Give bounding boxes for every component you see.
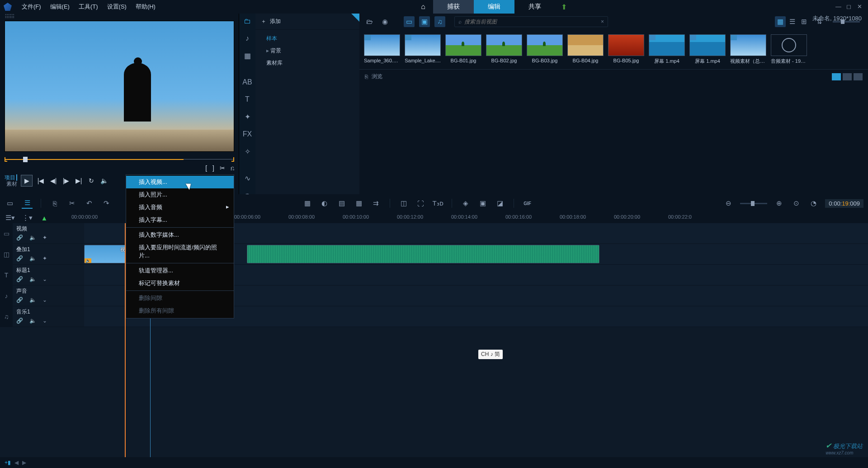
link-icon[interactable]: 🔗 xyxy=(16,234,23,241)
media-tool-icon[interactable]: 🗀 xyxy=(242,17,253,25)
timeline-view-icon[interactable]: ☰ xyxy=(22,198,33,209)
play-button[interactable]: ▶ xyxy=(21,175,33,187)
zoom-slider[interactable] xyxy=(740,203,767,204)
mute-icon[interactable]: 🔈 xyxy=(29,318,36,324)
ctx-insert-timelapse[interactable]: 插入要应用时间流逝/频闪的照片... xyxy=(126,241,234,262)
cut-icon[interactable]: ⎌ xyxy=(231,164,234,172)
volume-icon[interactable]: 🔈 xyxy=(99,176,108,185)
tl-tool-2[interactable]: ◐ xyxy=(319,198,330,209)
menu-edit[interactable]: 编辑(E) xyxy=(46,3,74,11)
go-end-icon[interactable]: ▶| xyxy=(74,176,83,185)
browse-icon[interactable]: ⎘ xyxy=(365,74,368,80)
tree-sample[interactable]: 样本 xyxy=(255,33,359,45)
minimize-icon[interactable]: — xyxy=(835,3,843,10)
panel-toggle-2[interactable] xyxy=(843,73,852,80)
collapse-icon[interactable]: ⌄ xyxy=(42,318,47,324)
list-item[interactable]: 屏幕 1.mp4 xyxy=(689,34,726,65)
list-item[interactable]: 屏幕 1.mp4 xyxy=(649,34,685,65)
ctx-insert-digital[interactable]: 插入数字媒体... xyxy=(126,229,234,241)
tab-share[interactable]: 共享 xyxy=(514,0,555,14)
track-menu-2-icon[interactable]: ⋮▾ xyxy=(22,212,33,223)
transition-tool-icon[interactable]: AB xyxy=(242,78,253,86)
add-marker-icon[interactable]: +▮ xyxy=(5,459,11,466)
thumb-size-slider[interactable] xyxy=(833,21,860,23)
tl-tool-3[interactable]: ▤ xyxy=(336,198,347,209)
clear-search-icon[interactable]: × xyxy=(601,19,604,25)
mark-out-icon[interactable]: ] xyxy=(212,164,214,172)
link-icon[interactable]: 🔗 xyxy=(16,318,23,324)
ctx-insert-video[interactable]: 插入视频... xyxy=(126,176,234,188)
maximize-icon[interactable]: ◻ xyxy=(846,3,854,10)
sound-track-icon[interactable]: ♪ xyxy=(0,285,13,306)
tab-edit[interactable]: 编辑 xyxy=(474,0,514,14)
clock-icon[interactable]: ◔ xyxy=(808,198,819,209)
mute-icon[interactable]: 🔈 xyxy=(29,297,36,303)
preview-viewport[interactable] xyxy=(5,21,234,152)
import-folder-icon[interactable]: 🗁 xyxy=(364,16,375,27)
browse-label[interactable]: 浏览 xyxy=(372,73,382,80)
scroll-right-icon[interactable]: ▶ xyxy=(22,459,26,466)
mute-icon[interactable]: 🔈 xyxy=(29,255,36,262)
mute-icon[interactable]: 🔈 xyxy=(29,234,36,241)
tl-tool-1[interactable]: ▦ xyxy=(302,198,313,209)
music-track-icon[interactable]: ♫ xyxy=(0,306,13,327)
tab-home[interactable]: ⌂ xyxy=(413,0,433,14)
fx-toggle-icon[interactable]: ✦ xyxy=(42,255,47,262)
zoom-out-icon[interactable]: ⊖ xyxy=(723,198,734,209)
prev-frame-icon[interactable]: ◀| xyxy=(49,176,58,185)
filter-audio-icon[interactable]: ♫ xyxy=(434,16,445,27)
split-icon[interactable]: ✂ xyxy=(220,164,225,172)
tl-tool-7[interactable]: ⛶ xyxy=(415,198,426,209)
template-tool-icon[interactable]: ▦ xyxy=(242,51,253,60)
list-item[interactable]: 音频素材 - 196... xyxy=(771,34,807,65)
tl-tool-8[interactable]: ◈ xyxy=(460,198,471,209)
filter-video-icon[interactable]: ▭ xyxy=(404,16,415,27)
view-list-icon[interactable]: ☰ xyxy=(787,16,797,27)
view-tiles-icon[interactable]: ⊞ xyxy=(798,16,809,27)
list-item[interactable]: Sample_Lake.... xyxy=(405,34,441,65)
tl-tool-5[interactable]: ⇉ xyxy=(371,198,382,209)
search-input[interactable] xyxy=(464,19,598,25)
track-add-icon[interactable]: ▲ xyxy=(39,212,50,223)
list-item[interactable]: BG-B01.jpg xyxy=(445,34,481,65)
collapse-icon[interactable]: ⌄ xyxy=(42,297,47,303)
playback-mode[interactable]: 项目 素材 xyxy=(5,174,17,187)
scroll-left-icon[interactable]: ◀ xyxy=(14,459,19,466)
title-track-icon[interactable]: T xyxy=(0,265,13,285)
fx-toggle-icon[interactable]: ✦ xyxy=(42,234,47,241)
list-item[interactable]: Sample_360.m... xyxy=(364,34,400,65)
add-media-button[interactable]: ＋ 添加 xyxy=(255,14,359,30)
collapse-icon[interactable]: ⌄ xyxy=(42,276,47,282)
go-start-icon[interactable]: |◀ xyxy=(36,176,45,185)
audio-clip[interactable] xyxy=(247,245,599,263)
video-track-icon[interactable]: ▭ xyxy=(0,223,13,243)
ctx-insert-photo[interactable]: 插入照片... xyxy=(126,188,234,201)
search-box[interactable]: ⌕ × xyxy=(454,16,608,27)
ctx-mark-replaceable[interactable]: 标记可替换素材 xyxy=(126,277,234,290)
redo-icon[interactable]: ↷ xyxy=(101,198,112,209)
list-item[interactable]: BG-B04.jpg xyxy=(567,34,604,65)
menu-file[interactable]: 文件(F) xyxy=(17,3,46,11)
tl-tool-4[interactable]: ▦ xyxy=(354,198,364,209)
tl-tool-9[interactable]: ▣ xyxy=(477,198,488,209)
panel-toggle-1[interactable] xyxy=(832,73,841,80)
tl-tool-10[interactable]: ◪ xyxy=(495,198,505,209)
zoom-in-icon[interactable]: ⊕ xyxy=(774,198,784,209)
list-item[interactable]: 视频素材（总）... xyxy=(730,34,766,65)
ctx-insert-subtitle[interactable]: 插入字幕... xyxy=(126,214,234,226)
mute-icon[interactable]: 🔈 xyxy=(29,276,36,282)
link-icon[interactable]: 🔗 xyxy=(16,255,23,262)
gif-icon[interactable]: GIF xyxy=(522,198,533,209)
tl-tool-6[interactable]: ◫ xyxy=(398,198,409,209)
preview-scrubber[interactable] xyxy=(5,154,234,164)
overlay-track-icon[interactable]: ◫ xyxy=(0,244,13,264)
ctx-insert-audio[interactable]: 插入音频 xyxy=(126,201,234,214)
upload-icon[interactable]: ⬆ xyxy=(555,0,573,14)
storyboard-view-icon[interactable]: ▭ xyxy=(5,198,15,209)
tab-capture[interactable]: 捕获 xyxy=(433,0,474,14)
undo-icon[interactable]: ↶ xyxy=(84,198,94,209)
link-icon[interactable]: 🔗 xyxy=(16,276,23,282)
menu-help[interactable]: 帮助(H) xyxy=(131,3,160,11)
tl-3d-title-icon[interactable]: T₃ᴅ xyxy=(433,198,443,209)
title-tool-icon[interactable]: T xyxy=(242,95,253,103)
